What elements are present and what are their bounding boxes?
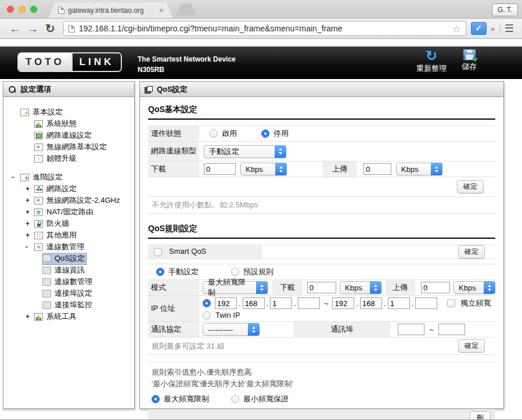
tree-item-wireless-basic[interactable]: 無線網路基本設定 (8, 141, 132, 153)
bookmark-star-icon[interactable]: ☆ (452, 23, 460, 34)
radio-icon[interactable] (231, 395, 239, 403)
radio-selected-icon[interactable] (156, 268, 164, 276)
protocol-select[interactable]: ---------- (203, 323, 260, 336)
ip-to-octet4[interactable] (415, 297, 437, 309)
ip-from-octet1[interactable] (215, 297, 237, 309)
select-stepper-icon (275, 163, 287, 175)
min-bandwidth-radio[interactable]: 最小頻寬保證 (231, 394, 289, 404)
expand-icon[interactable]: + (26, 313, 34, 321)
basic-apply-button[interactable]: 確定 (457, 180, 484, 193)
extension-button[interactable]: ✓ (471, 22, 487, 35)
menu-icon[interactable]: ☰ (505, 22, 514, 35)
page-icon (42, 278, 51, 286)
smart-qos-checkbox[interactable] (154, 248, 162, 256)
manual-setting-radio[interactable]: 手動設定 (156, 267, 199, 277)
tree-item-nat-routing[interactable]: + NAT/固定路由 (8, 206, 132, 218)
rule-download-unit-select[interactable]: Kbps (340, 281, 381, 294)
tree-item-system-tools[interactable]: + 系統工具 (8, 311, 132, 322)
ip-from-octet4[interactable] (298, 297, 320, 309)
url-bar[interactable]: 192.168.1.1/cgi-bin/timepro.cgi?tmenu=ma… (63, 21, 466, 36)
ip-from-octet3[interactable] (270, 297, 292, 309)
rule-upload-input[interactable] (421, 282, 450, 293)
tree-item-network-settings[interactable]: + 網路設定 (8, 183, 132, 195)
tree-item-system-status[interactable]: 系統狀態 (8, 118, 132, 130)
ip-range-radio-selected-icon[interactable] (203, 299, 211, 307)
refresh-button[interactable]: ↻ 重新整理 (416, 49, 447, 74)
wireless-icon (34, 197, 43, 204)
max-bandwidth-radio[interactable]: 最大頻寬限制 (152, 394, 209, 404)
expand-icon[interactable]: + (26, 208, 34, 216)
radio-selected-icon[interactable] (152, 395, 160, 403)
delete-button[interactable]: 刪除 (470, 411, 491, 420)
port-tilde: ~ (429, 325, 434, 334)
default-rule-radio[interactable]: 預設規則 (231, 267, 273, 277)
expand-icon[interactable]: + (26, 196, 34, 204)
tree-item-wireless-24ghz[interactable]: + 無線網路設定-2.4GHz (8, 195, 132, 206)
disable-radio[interactable]: 停用 (261, 128, 289, 139)
rules-apply-button[interactable]: 確定 (458, 339, 485, 353)
expand-icon[interactable]: + (26, 185, 34, 193)
profile-button[interactable]: G. T. (492, 3, 518, 16)
enable-radio[interactable]: 啟用 (210, 128, 237, 139)
minimize-window-button[interactable] (19, 6, 26, 13)
tree-item-qos-settings[interactable]: QoS設定 (8, 253, 132, 264)
independent-bandwidth-checkbox[interactable] (447, 299, 455, 307)
priority-notes: 規則索引值愈小,優先順序愈高 '最小保證頻寬'優先順序大於'最大頻寬限制' (148, 362, 495, 390)
browser-tab[interactable]: gateway.intra.tientao.org × (49, 2, 173, 18)
tree-item-other-apps[interactable]: + 其他應用 (8, 229, 132, 241)
tree-item-basic-settings[interactable]: 基本設定 (8, 106, 132, 118)
port-to-input[interactable] (438, 324, 465, 335)
collapse-icon[interactable]: - (26, 243, 34, 251)
ip-to-octet1[interactable] (332, 297, 354, 309)
mode-row: 模式 最大頻寬限制 下載 Kbps 上傳 Kbps (148, 280, 495, 296)
expand-icon[interactable]: + (26, 220, 34, 228)
reload-icon[interactable]: ↻ (45, 23, 55, 34)
upload-unit-select[interactable]: Kbps (396, 163, 442, 175)
tree-item-connection-info[interactable]: 連線資訊 (8, 264, 132, 276)
operation-status-row: 運作狀態 啟用 停用 (148, 126, 495, 142)
refresh-label: 重新整理 (416, 63, 447, 74)
download-input[interactable] (204, 163, 236, 175)
radio-icon[interactable] (231, 268, 239, 276)
ip-to-octet3[interactable] (388, 297, 410, 309)
rule-upload-unit-select[interactable]: Kbps (453, 281, 495, 294)
port-from-input[interactable] (398, 324, 424, 335)
tree-item-port-monitor[interactable]: 連接埠監控 (8, 299, 132, 311)
mode-select[interactable]: 最大頻寬限制 (203, 281, 268, 294)
zoom-window-button[interactable] (30, 6, 37, 13)
lock-icon (34, 220, 43, 228)
upload-input[interactable] (363, 163, 391, 175)
select-stepper-icon (275, 145, 286, 158)
back-icon[interactable]: ← (9, 23, 20, 34)
twin-ip-radio-icon[interactable] (203, 311, 211, 320)
ip-to-octet2[interactable] (360, 297, 382, 309)
download-unit-select[interactable]: Kbps (240, 163, 287, 175)
smart-qos-label: Smart QoS (169, 247, 206, 256)
expand-icon[interactable]: + (26, 231, 34, 239)
tree-item-connection-mgmt[interactable]: - 連線數管理 (8, 241, 132, 253)
ip-from-octet2[interactable] (243, 297, 265, 309)
url-text[interactable]: 192.168.1.1/cgi-bin/timepro.cgi?tmenu=ma… (79, 24, 449, 33)
smart-qos-apply-button[interactable]: 確定 (458, 245, 485, 259)
overflow-icon[interactable]: » (491, 24, 501, 33)
connection-type-select[interactable]: 手動設定 (204, 145, 286, 158)
close-window-button[interactable] (7, 6, 14, 13)
forward-icon[interactable]: → (27, 23, 38, 34)
radio-selected-icon[interactable] (261, 130, 269, 138)
tree-item-advanced-settings[interactable]: - 進階設定 (8, 171, 132, 183)
save-label: 儲存 (462, 62, 477, 72)
tree-item-port-settings[interactable]: 連接埠設定 (8, 288, 132, 299)
new-tab-button[interactable] (175, 3, 196, 16)
collapse-icon[interactable]: - (12, 173, 20, 181)
save-button[interactable]: 儲存 (462, 49, 477, 74)
tab-close-icon[interactable]: × (159, 6, 164, 15)
tree-item-firewall[interactable]: + 防火牆 (8, 218, 132, 229)
radio-icon[interactable] (210, 130, 218, 138)
search-icon (8, 85, 16, 94)
mode-label: 模式 (148, 280, 199, 295)
refresh-icon: ↻ (426, 49, 437, 62)
rule-download-input[interactable] (307, 282, 336, 293)
tree-item-firmware-upgrade[interactable]: 韌體升級 (8, 153, 132, 164)
tree-item-connection-count[interactable]: 連線數管理 (8, 276, 132, 288)
tree-item-network-connection[interactable]: 網路連線設定 (8, 130, 132, 141)
